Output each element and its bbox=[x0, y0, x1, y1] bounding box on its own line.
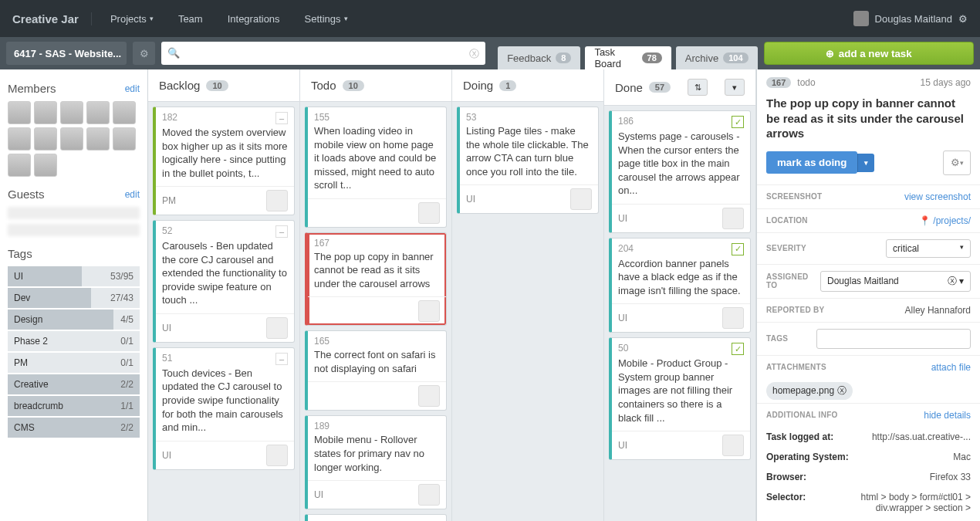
member-avatar[interactable] bbox=[8, 127, 31, 151]
task-card[interactable]: 53Listing Page tiles - make the whole ti… bbox=[457, 107, 599, 214]
assignee-avatar[interactable] bbox=[266, 317, 288, 339]
nav-integrations[interactable]: Integrations bbox=[215, 13, 292, 25]
gear-icon[interactable]: ⚙ bbox=[958, 13, 968, 25]
tag-filter[interactable]: PM0/1 bbox=[8, 353, 140, 373]
task-card[interactable]: 204✓Accordion banner panels have a black… bbox=[609, 238, 751, 333]
edit-guests-link[interactable]: edit bbox=[125, 189, 140, 200]
top-nav: Creative Jar Projects ▾TeamIntegrationsS… bbox=[0, 0, 980, 37]
assignee-avatar[interactable] bbox=[722, 435, 744, 456]
info-row: Selector:html > body > form#ctl01 > div.… bbox=[757, 487, 980, 518]
member-avatar[interactable] bbox=[8, 154, 31, 177]
sub-bar: 6417 - SAS - Website... ⚙ 🔍 ⓧ Feedback 8… bbox=[0, 37, 980, 69]
member-avatar[interactable] bbox=[8, 101, 31, 124]
tab-archive[interactable]: Archive 104 bbox=[676, 46, 758, 69]
user-menu[interactable]: Douglas Maitland ⚙ bbox=[853, 11, 968, 26]
assignee-avatar[interactable] bbox=[722, 208, 744, 229]
tab-task-board[interactable]: Task Board 78 bbox=[585, 46, 671, 69]
tags-heading: Tags bbox=[8, 247, 32, 260]
assignee-avatar[interactable] bbox=[722, 307, 744, 329]
tag-filter[interactable]: CMS2/2 bbox=[8, 418, 140, 438]
mark-as-doing-button[interactable]: mark as doing bbox=[766, 151, 857, 174]
member-avatar[interactable] bbox=[86, 127, 110, 151]
detail-settings-button[interactable]: ⚙ ▾ bbox=[943, 151, 971, 175]
minimize-icon[interactable]: – bbox=[275, 353, 288, 365]
assignee-avatar[interactable] bbox=[266, 190, 288, 211]
member-avatar[interactable] bbox=[113, 101, 136, 124]
tag-filter[interactable]: Creative2/2 bbox=[8, 374, 140, 394]
minimize-icon[interactable]: – bbox=[275, 225, 288, 238]
guest-item bbox=[8, 207, 140, 219]
plus-icon: ⊕ bbox=[826, 48, 834, 59]
remove-icon[interactable]: ⓧ bbox=[837, 384, 847, 398]
info-row: Task logged at:http://sas.uat.creative-.… bbox=[757, 427, 980, 447]
column-done: Done57⇅▾186✓Systems page - carousels - W… bbox=[604, 69, 756, 521]
task-card[interactable]: 51–Touch devices - Ben updated the CJ ca… bbox=[153, 347, 295, 470]
task-card[interactable]: 195Ordered lists not bbox=[305, 514, 447, 521]
chevron-down-icon: ▾ bbox=[344, 15, 348, 22]
sort-button[interactable]: ⇅ bbox=[688, 79, 708, 96]
sort-menu-button[interactable]: ▾ bbox=[725, 79, 745, 96]
assignee-avatar[interactable] bbox=[418, 202, 440, 224]
assigned-to-select[interactable]: Douglas Maitlandⓧ ▾ bbox=[820, 271, 971, 292]
check-icon[interactable]: ✓ bbox=[732, 343, 744, 355]
member-avatar[interactable] bbox=[113, 127, 136, 151]
tag-filter[interactable]: Dev27/43 bbox=[8, 288, 140, 308]
nav-projects[interactable]: Projects ▾ bbox=[98, 13, 166, 25]
column-doing: Doing153Listing Page tiles - make the wh… bbox=[452, 69, 604, 521]
attach-file-link[interactable]: attach file bbox=[931, 362, 971, 373]
detail-age: 15 days ago bbox=[921, 77, 971, 88]
member-avatar[interactable] bbox=[34, 101, 57, 124]
task-card[interactable]: 52–Carousels - Ben updated the core CJ c… bbox=[153, 220, 295, 343]
tags-input[interactable] bbox=[816, 329, 971, 349]
nav-settings[interactable]: Settings ▾ bbox=[292, 13, 360, 25]
member-avatar[interactable] bbox=[60, 101, 83, 124]
check-icon[interactable]: ✓ bbox=[732, 243, 744, 255]
guest-item bbox=[8, 224, 140, 236]
chevron-down-icon: ▾ bbox=[150, 15, 154, 22]
task-card[interactable]: 186✓Systems page - carousels - When the … bbox=[609, 110, 751, 233]
task-card[interactable]: 167The pop up copy in banner cannot be r… bbox=[305, 232, 447, 326]
assignee-avatar[interactable] bbox=[570, 188, 592, 210]
user-name: Douglas Maitland bbox=[875, 13, 952, 25]
brand[interactable]: Creative Jar bbox=[12, 12, 92, 25]
edit-members-link[interactable]: edit bbox=[125, 83, 140, 94]
assignee-avatar[interactable] bbox=[418, 484, 440, 506]
tag-filter[interactable]: Phase 20/1 bbox=[8, 331, 140, 351]
project-settings-button[interactable]: ⚙ bbox=[133, 42, 155, 65]
project-title[interactable]: 6417 - SAS - Website... bbox=[6, 42, 127, 65]
guests-heading: Guests bbox=[8, 188, 45, 201]
assignee-avatar[interactable] bbox=[418, 385, 440, 407]
task-card[interactable]: 155When loading video in mobile view on … bbox=[305, 107, 447, 228]
hide-details-link[interactable]: hide details bbox=[924, 410, 971, 421]
member-avatar[interactable] bbox=[34, 154, 57, 177]
detail-title: The pop up copy in banner cannot be read… bbox=[757, 96, 980, 151]
task-card[interactable]: 50✓Mobile - Product Group - System group… bbox=[609, 337, 751, 460]
minimize-icon[interactable]: – bbox=[275, 112, 288, 124]
tag-filter[interactable]: Design4/5 bbox=[8, 310, 140, 330]
location-link[interactable]: 📍 /projects/ bbox=[919, 215, 971, 226]
severity-select[interactable]: critical ▾ bbox=[886, 239, 971, 258]
tag-filter[interactable]: UI53/95 bbox=[8, 266, 140, 286]
detail-crumb[interactable]: todo bbox=[797, 77, 815, 88]
assignee-avatar[interactable] bbox=[418, 300, 440, 322]
column-todo: Todo10155When loading video in mobile vi… bbox=[300, 69, 452, 521]
task-card[interactable]: 165The correct font on safari is not dis… bbox=[305, 330, 447, 411]
member-avatar[interactable] bbox=[34, 127, 57, 151]
add-task-button[interactable]: ⊕ add a new task bbox=[764, 42, 974, 65]
mark-dropdown-button[interactable]: ▾ bbox=[857, 154, 874, 172]
attachment-chip[interactable]: homepage.png ⓧ bbox=[766, 382, 853, 400]
info-row: Browser:Firefox 33 bbox=[757, 467, 980, 487]
nav-team[interactable]: Team bbox=[166, 13, 215, 25]
view-screenshot-link[interactable]: view screenshot bbox=[904, 191, 971, 202]
member-avatar[interactable] bbox=[86, 101, 110, 124]
assignee-avatar[interactable] bbox=[266, 445, 288, 466]
tag-filter[interactable]: breadcrumb1/1 bbox=[8, 396, 140, 416]
task-card[interactable]: 189Mobile menu - Rollover states for pri… bbox=[305, 415, 447, 509]
check-icon[interactable]: ✓ bbox=[732, 116, 744, 128]
clear-icon[interactable]: ⓧ bbox=[469, 47, 479, 61]
member-avatar[interactable] bbox=[60, 127, 83, 151]
search-input[interactable] bbox=[161, 42, 485, 65]
task-card[interactable]: 182–Moved the system overview box higher… bbox=[153, 107, 295, 215]
tab-feedback[interactable]: Feedback 8 bbox=[498, 46, 580, 69]
chevron-down-icon: ▾ bbox=[864, 159, 868, 167]
